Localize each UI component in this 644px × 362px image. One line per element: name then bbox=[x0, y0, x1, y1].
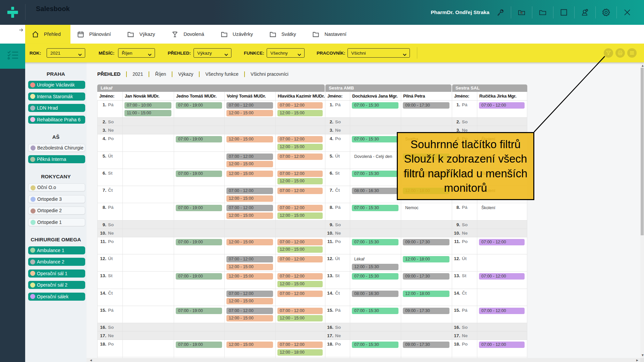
sidebar-item[interactable]: Ortopedie 1 bbox=[28, 218, 85, 226]
sidebar-item[interactable]: Interna Staromák bbox=[28, 93, 85, 101]
sidebar-toggle[interactable] bbox=[0, 44, 25, 69]
filter-funnel-icon[interactable] bbox=[604, 48, 613, 58]
shift-chip[interactable]: 12:00 - 15:00 bbox=[226, 171, 273, 177]
key-icon[interactable] bbox=[496, 8, 504, 16]
shift-chip[interactable]: 12:00 - 15:00 bbox=[277, 178, 323, 184]
shift-chip[interactable]: 07:00 - 12:00 bbox=[479, 342, 525, 348]
shift-chip[interactable]: 07:00 - 19:00 bbox=[176, 136, 222, 142]
shift-chip[interactable]: 07:00 - 12:00 bbox=[226, 205, 273, 211]
sidebar-item[interactable]: Pěkná Interna bbox=[28, 155, 85, 163]
shift-chip[interactable]: 12:00 - 15:00 bbox=[277, 246, 323, 253]
filter-select-přehled[interactable]: Výkazy bbox=[194, 48, 231, 58]
shift-chip[interactable]: 12:00 - 15:00 bbox=[226, 273, 273, 280]
shift-chip[interactable]: 07:00 - 15:30 bbox=[352, 308, 398, 314]
shift-chip[interactable]: 12:00 - 15:00 bbox=[277, 213, 323, 219]
shift-chip[interactable]: 12:00 - 15:00 bbox=[226, 110, 273, 116]
close-icon[interactable] bbox=[623, 8, 631, 16]
shift-chip[interactable]: 07:00 - 12:00 bbox=[479, 308, 525, 314]
sidebar-item[interactable]: Operační sál 2 bbox=[28, 281, 85, 289]
scroll-right-icon[interactable]: ► bbox=[636, 359, 639, 362]
shift-chip[interactable]: 12:00 - 15:00 bbox=[277, 315, 323, 321]
shift-chip[interactable]: 07:00 - 19:00 bbox=[176, 308, 222, 314]
shift-chip[interactable]: 07:00 - 12:00 bbox=[277, 188, 323, 194]
shift-chip[interactable]: 09:00 - 17:30 bbox=[403, 102, 449, 109]
shift-chip[interactable]: 07:00 - 12:00 bbox=[226, 256, 273, 262]
tab-přehled[interactable]: Přehled bbox=[25, 25, 70, 44]
filter-select-rok[interactable]: 2021 bbox=[47, 48, 85, 58]
shift-chip[interactable]: 07:00 - 12:00 bbox=[226, 102, 273, 109]
shift-chip[interactable]: 07:00 - 15:30 bbox=[352, 136, 398, 142]
vertical-scrollbar-thumb[interactable] bbox=[641, 68, 644, 235]
shift-chip[interactable]: 07:00 - 15:30 bbox=[352, 102, 398, 109]
shift-chip[interactable]: 07:00 - 12:00 bbox=[277, 136, 323, 142]
sidebar-item[interactable]: Ambulance 1 bbox=[28, 246, 85, 254]
breadcrumb-item[interactable]: PŘEHLED bbox=[97, 71, 120, 77]
breadcrumb-item[interactable]: 2021 bbox=[132, 71, 143, 77]
shift-chip[interactable]: 07:00 - 12:00 bbox=[226, 291, 273, 297]
shift-chip[interactable]: 07:00 - 12:00 bbox=[226, 308, 273, 314]
shift-chip[interactable]: 07:00 - 12:00 bbox=[479, 102, 525, 109]
filter-select-měsíc[interactable]: Říjen bbox=[118, 48, 155, 58]
shift-chip[interactable]: 12:00 - 15:00 bbox=[226, 315, 273, 321]
tab-dovolená[interactable]: Dovolená bbox=[165, 25, 214, 44]
people-icon[interactable] bbox=[581, 8, 589, 16]
shift-chip[interactable]: 12:00 - 15:00 bbox=[226, 213, 273, 219]
shift-chip[interactable]: 12:00 - 15:00 bbox=[226, 161, 273, 167]
app-logo[interactable] bbox=[0, 0, 25, 25]
sidebar-item[interactable]: Urologie Václavák bbox=[28, 81, 85, 89]
square-icon[interactable] bbox=[560, 8, 568, 16]
vertical-scrollbar[interactable]: ▲ ▼ bbox=[640, 62, 644, 358]
shift-chip[interactable]: 11:00 - 15:00 bbox=[124, 110, 171, 116]
sidebar-item[interactable]: LDN Hrad bbox=[28, 104, 85, 112]
sidebar-item[interactable]: Rehabilitace Praha 6 bbox=[28, 116, 85, 124]
shift-chip[interactable]: 07:00 - 12:00 bbox=[226, 154, 273, 160]
breadcrumb-item[interactable]: Všichni pracovníci bbox=[251, 71, 288, 77]
shift-chip[interactable]: 08:00 - 16:30 bbox=[352, 188, 398, 194]
folder-n-icon[interactable]: N bbox=[518, 8, 526, 16]
sidebar-item[interactable]: Operační sálek bbox=[28, 293, 85, 301]
collapse-arrow-icon[interactable] bbox=[19, 27, 23, 33]
shift-chip[interactable]: 09:00 - 17:30 bbox=[403, 342, 449, 348]
shift-chip[interactable]: 07:00 - 15:30 bbox=[352, 239, 398, 245]
shift-chip[interactable]: 12:00 - 15:00 bbox=[226, 239, 273, 245]
shift-chip[interactable]: 07:00 - 10:00 bbox=[124, 102, 171, 109]
sidebar-item[interactable]: Ortopedie 2 bbox=[28, 206, 85, 215]
shift-chip[interactable]: 12:00 - 15:00 bbox=[277, 110, 323, 116]
filter-select-pracovník[interactable]: Všichni bbox=[347, 48, 410, 58]
tab-uzávěrky[interactable]: Uzávěrky bbox=[214, 25, 263, 44]
sidebar-item[interactable]: Operační sál 1 bbox=[28, 269, 85, 278]
sidebar-item[interactable]: Ambulance 2 bbox=[28, 258, 85, 266]
scroll-left-icon[interactable]: ◄ bbox=[89, 359, 93, 362]
shift-chip[interactable]: 07:00 - 15:30 bbox=[352, 273, 398, 280]
shift-chip[interactable]: 12:00 - 15:00 bbox=[277, 281, 323, 287]
shift-chip[interactable]: 07:00 - 19:00 bbox=[176, 102, 222, 109]
shift-chip[interactable]: 07:00 - 12:00 bbox=[277, 342, 323, 348]
scroll-up-icon[interactable]: ▲ bbox=[641, 64, 644, 67]
shift-chip[interactable]: 12:00 - 15:00 bbox=[226, 195, 273, 202]
shift-chip[interactable]: 09:00 - 17:30 bbox=[403, 308, 449, 314]
breadcrumb-item[interactable]: Všechny funkce bbox=[205, 71, 238, 77]
shift-chip[interactable]: 12:00 - 15:00 bbox=[226, 264, 273, 270]
shift-chip[interactable]: 07:00 - 12:00 bbox=[479, 239, 525, 245]
printer-icon[interactable] bbox=[615, 48, 625, 58]
tab-nastavení[interactable]: Nastavení bbox=[306, 25, 356, 44]
shift-chip[interactable]: 12:00 - 15:00 bbox=[226, 298, 273, 304]
folder-icon[interactable] bbox=[539, 8, 547, 16]
shift-chip[interactable]: 07:00 - 12:00 bbox=[277, 273, 323, 280]
filter-select-funkce[interactable]: Všechny bbox=[267, 48, 305, 58]
shift-chip[interactable]: 12:00 - 15:30 bbox=[352, 264, 398, 270]
scroll-down-icon[interactable]: ▼ bbox=[641, 354, 644, 357]
shift-chip[interactable]: 07:00 - 15:30 bbox=[352, 205, 398, 211]
shift-chip[interactable]: 12:00 - 18:00 bbox=[277, 349, 323, 356]
shift-chip[interactable]: 07:00 - 12:00 bbox=[277, 171, 323, 177]
tab-výkazy[interactable]: Výkazy bbox=[120, 25, 165, 44]
shift-chip[interactable]: 07:00 - 12:00 bbox=[479, 273, 525, 280]
shift-chip[interactable]: 12:00 - 15:00 bbox=[226, 342, 273, 348]
shift-chip[interactable]: 07:00 - 12:00 bbox=[277, 205, 323, 211]
shift-chip[interactable]: 12:00 - 15:00 bbox=[226, 136, 273, 142]
tab-svátky[interactable]: Svátky bbox=[263, 25, 306, 44]
sidebar-item[interactable]: Bezbolestná Chirurgie bbox=[28, 144, 85, 152]
shift-chip[interactable]: 07:00 - 19:00 bbox=[176, 171, 222, 177]
shift-chip[interactable]: 07:00 - 19:00 bbox=[176, 342, 222, 348]
shift-chip[interactable]: 07:00 - 12:00 bbox=[277, 308, 323, 314]
